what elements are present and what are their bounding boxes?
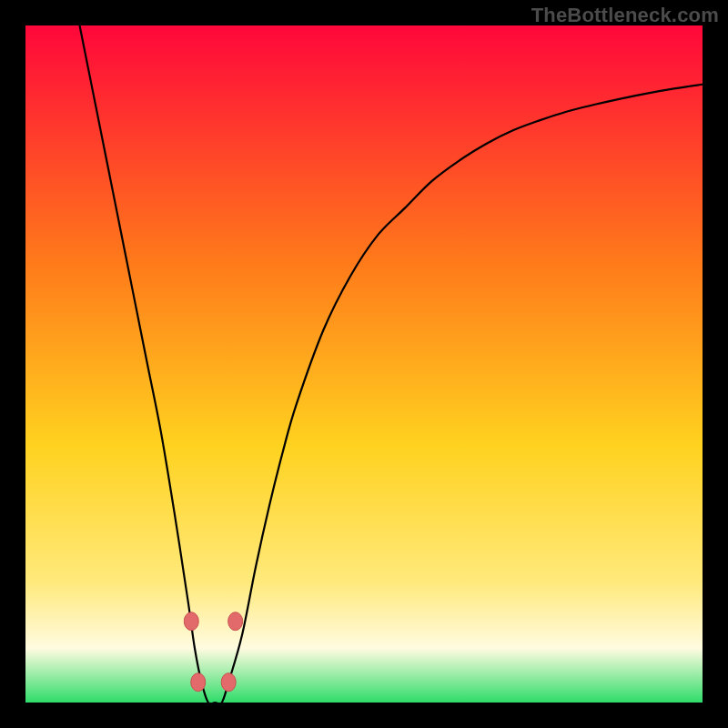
bottleneck-chart	[25, 25, 703, 703]
curve-marker-3	[221, 673, 236, 692]
gradient-background	[25, 25, 703, 703]
curve-marker-0	[184, 612, 198, 631]
curve-marker-1	[228, 612, 243, 631]
curve-marker-2	[191, 673, 206, 692]
watermark-text: TheBottleneck.com	[531, 4, 719, 27]
chart-frame	[25, 25, 703, 703]
